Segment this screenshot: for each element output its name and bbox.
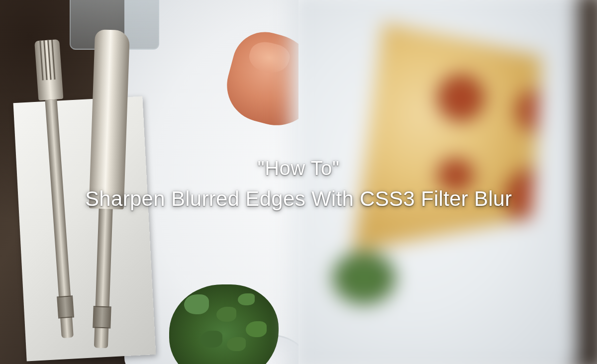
- pepperoni-topping: [437, 158, 474, 192]
- hero-image-container: "How To" Sharpen Blurred Edges With CSS3…: [0, 0, 597, 364]
- blurred-herbs: [333, 252, 396, 304]
- blurred-image-half: [291, 0, 597, 364]
- pepperoni-topping: [437, 75, 485, 122]
- sharp-image-half: [0, 0, 298, 364]
